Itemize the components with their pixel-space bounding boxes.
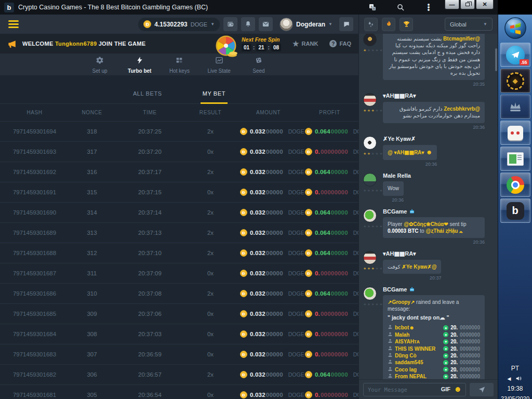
rain-recipient-row: bcbot☻◆20.0000000 <box>388 324 480 331</box>
messages-button[interactable] <box>259 17 273 31</box>
bet-amount: Đ0.03200000DOGE <box>236 310 301 317</box>
user-mention[interactable]: @Zecsbhkrvrb <box>444 106 480 112</box>
chat-message-input[interactable] <box>363 383 466 396</box>
avatar[interactable] <box>363 93 377 107</box>
table-row[interactable]: 797145930168330720:36:590xĐ0.03200000DOG… <box>0 344 358 364</box>
gif-button[interactable]: GIF <box>441 386 450 392</box>
restore-button[interactable] <box>460 0 475 9</box>
table-row[interactable]: 797145930168831220:37:102xĐ0.03200000DOG… <box>0 243 358 263</box>
tab-all-bets[interactable]: ALL BETS <box>131 90 164 104</box>
user-mention[interactable]: @Btcmagnifier <box>443 36 480 42</box>
table-row[interactable]: 797145930169431820:37:252xĐ0.03200000DOG… <box>0 121 358 141</box>
user-avatar <box>280 18 293 31</box>
bet-hash: 7971459301683 <box>0 351 69 357</box>
dice-robot-icon <box>508 126 523 140</box>
rain-recipient-name[interactable]: bcbot☻ <box>395 324 441 331</box>
rain-recipient-name[interactable]: AISYAHᴛᴀ <box>395 338 441 345</box>
faq-link[interactable]: ? FAQ <box>329 40 351 47</box>
user-mention[interactable]: @ȥThái ȥHậu ﻤ <box>425 228 462 234</box>
avatar[interactable] <box>363 173 377 187</box>
avatar[interactable] <box>363 34 377 46</box>
chat-username[interactable]: ✗Ye Kyaw✗ <box>383 136 493 142</box>
hamburger-menu-icon[interactable] <box>8 20 19 28</box>
send-message-button[interactable] <box>470 383 494 396</box>
table-row[interactable]: 797145930168931320:37:132xĐ0.03200000DOG… <box>0 222 358 243</box>
language-indicator[interactable]: PT <box>511 365 519 372</box>
rain-button[interactable] <box>364 18 378 31</box>
chat-username[interactable]: BCGame <box>383 286 493 292</box>
avatar[interactable] <box>363 251 377 264</box>
taskbar-stats-app[interactable] <box>500 147 530 171</box>
tray-expand-icon[interactable]: ◀ <box>508 376 511 381</box>
settings-tab-turbo-bet[interactable]: Turbo bet <box>128 56 151 75</box>
taskbar-crown-app[interactable] <box>500 95 530 119</box>
user-mention[interactable]: @✗Ye Kyaw✗ <box>402 264 436 270</box>
minimize-button[interactable]: — <box>445 0 459 9</box>
bet-nonce: 315 <box>69 189 115 195</box>
avatar[interactable] <box>363 136 377 150</box>
wallet-button[interactable] <box>223 17 237 31</box>
table-row[interactable]: 797145930169231620:37:172xĐ0.03200000DOG… <box>0 162 358 182</box>
taskbar-bcgame[interactable]: b <box>500 198 530 223</box>
chat-username[interactable]: BCGame <box>383 208 493 215</box>
rain-recipient-name[interactable]: THIS IS WINNER <box>395 345 441 352</box>
user-menu[interactable]: Dogderan ▼ <box>280 18 332 31</box>
person-icon <box>388 366 393 373</box>
chat-channel-select[interactable]: Global ▼ <box>445 18 493 31</box>
settings-tab-hot-keys[interactable]: Hot keys <box>168 56 191 75</box>
table-row[interactable]: 797145930169131520:37:150xĐ0.03200000DOG… <box>0 182 358 202</box>
table-row[interactable]: 797145930168230620:36:572xĐ0.03200000DOG… <box>0 364 358 384</box>
rain-recipient-name[interactable]: Malah <box>395 331 441 338</box>
user-mention[interactable]: @✿Côηç❀Chúα❤ <box>404 221 448 227</box>
taskbar-chrome[interactable] <box>500 172 530 197</box>
rain-recipient-name[interactable]: Coco lag <box>395 366 441 373</box>
coin-drop-button[interactable]: Đ <box>382 18 395 31</box>
volume-icon[interactable] <box>515 375 523 382</box>
table-row[interactable]: 797145930169031420:37:142xĐ0.03200000DOG… <box>0 202 358 222</box>
menu-dots-icon[interactable]: ••• <box>424 3 433 12</box>
emoji-button[interactable]: ☻ <box>454 385 462 393</box>
close-button[interactable]: ✕ <box>476 0 494 9</box>
profit-pad: 00000 <box>331 209 348 216</box>
chat-username[interactable]: Male Rella <box>383 172 493 179</box>
table-row[interactable]: 797145930168530920:37:060xĐ0.03200000DOG… <box>0 303 358 324</box>
rain-recipient-name[interactable]: Dũng Cò <box>395 352 441 359</box>
user-mention[interactable]: @ ▾AH▩▩RA▾ <box>388 150 424 155</box>
chat-scrollbar[interactable] <box>495 48 497 71</box>
message-text: ☻ <box>424 149 432 156</box>
user-mention[interactable]: ↗Groopy↗ <box>388 299 415 305</box>
avatar[interactable] <box>363 209 377 222</box>
tab-my-bet[interactable]: MY BET <box>201 90 228 104</box>
search-icon[interactable] <box>396 3 405 12</box>
rain-recipient-name[interactable]: From NEPAL <box>395 373 441 379</box>
balance-selector[interactable]: Đ 4.15302293 DOGE ▼ <box>138 18 220 31</box>
taskbar-telegram[interactable]: .55 <box>500 43 530 67</box>
start-button[interactable] <box>503 16 528 41</box>
taskbar-date[interactable]: 23/05/2020 <box>501 395 529 399</box>
free-spin-widget[interactable]: Next Free Spin 01: 21: 08 <box>215 34 281 53</box>
table-row[interactable]: 797145930168631020:37:082xĐ0.03200000DOG… <box>0 283 358 303</box>
contest-button[interactable] <box>400 18 413 31</box>
svg-text:A: A <box>373 7 375 10</box>
avatar[interactable] <box>363 287 377 300</box>
translate-icon[interactable]: aA <box>368 3 377 12</box>
settings-tab-set-up[interactable]: Set up <box>88 56 111 75</box>
chat-bubble-wrap: Wow20:36 <box>383 181 404 202</box>
taskbar-clock[interactable]: 19:38 <box>507 385 523 392</box>
chat-username[interactable]: ▾AH▩▩RA▾ <box>383 92 493 99</box>
taskbar-game-app[interactable]: ◆ <box>500 69 530 93</box>
rain-recipient-name[interactable]: saddam545 <box>395 359 441 366</box>
notifications-button[interactable] <box>241 17 255 31</box>
taskbar-dice-bot[interactable] <box>500 121 530 145</box>
chat-username[interactable]: ▾AH▩▩RA▾ <box>383 250 493 257</box>
table-row[interactable]: 797145930168731120:37:090xĐ0.03200000DOG… <box>0 263 358 283</box>
bet-nonce: 318 <box>69 128 115 135</box>
table-row[interactable]: 797145930169331720:37:200xĐ0.03200000DOG… <box>0 141 358 162</box>
bet-time: 20:37:20 <box>115 149 185 155</box>
rank-link[interactable]: ★ RANK <box>292 39 318 48</box>
table-row[interactable]: 797145930168430820:37:030xĐ0.03200000DOG… <box>0 324 358 344</box>
chat-toggle-button[interactable] <box>339 17 353 31</box>
table-row[interactable]: 797145930168130520:36:540xĐ0.03200000DOG… <box>0 384 358 399</box>
person-icon <box>388 345 393 352</box>
settings-tab-seed[interactable]: Seed <box>247 56 270 75</box>
